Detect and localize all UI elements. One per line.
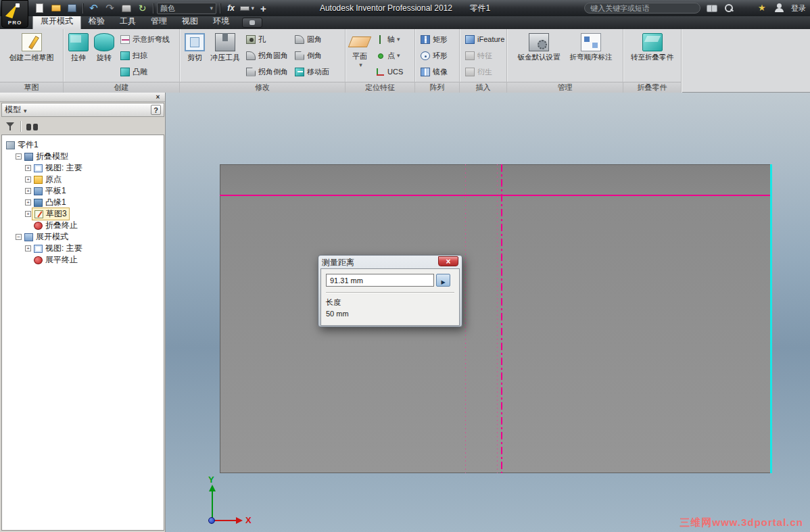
extrude-button[interactable]: 拉伸 xyxy=(66,31,91,64)
graphics-viewport[interactable]: Y X 三维网www.3dportal.cn xyxy=(166,93,810,532)
save-button[interactable] xyxy=(65,2,79,15)
circular-pattern-button[interactable]: 环形 xyxy=(418,47,450,64)
tab-inspect[interactable]: 检验 xyxy=(81,14,112,29)
go-to-folded-part-button[interactable]: 转至折叠零件 xyxy=(629,31,675,64)
panel-pattern: 矩形 环形 镜像 阵列 xyxy=(415,29,460,93)
sweep-button[interactable]: 扫掠 xyxy=(118,47,172,64)
flyout-arrow-button[interactable] xyxy=(436,274,450,287)
chamfer-button[interactable]: 倒角 xyxy=(292,47,332,64)
communication-center-icon[interactable] xyxy=(740,3,751,13)
dialog-titlebar[interactable]: 测量距离 xyxy=(320,257,460,268)
application-menu-button[interactable]: PRO xyxy=(1,0,28,28)
tree-item-part1[interactable]: 零件1 xyxy=(2,139,164,151)
tab-manage[interactable]: 管理 xyxy=(143,14,174,29)
corner-chamfer-button[interactable]: 拐角倒角 xyxy=(243,64,291,80)
panel-insert: iFeature 特征 衍生 插入 xyxy=(460,29,507,93)
browser-docking-strip[interactable] xyxy=(0,93,165,102)
cut-button[interactable]: 剪切 xyxy=(183,31,207,64)
sign-in-link[interactable]: 登录 xyxy=(791,3,806,14)
tree-item-origin[interactable]: 原点 xyxy=(2,174,164,185)
create-2d-sketch-button[interactable]: 创建二维草图 xyxy=(7,31,56,64)
mirror-button[interactable]: 镜像 xyxy=(418,64,450,80)
update-button[interactable] xyxy=(135,2,149,15)
expand-icon[interactable] xyxy=(25,199,31,205)
browser-header[interactable]: 模型 ? xyxy=(1,103,164,117)
toolbar-separator xyxy=(20,121,21,132)
expand-icon[interactable] xyxy=(25,211,31,217)
tree-item-view-main-2[interactable]: 视图: 主要 xyxy=(2,243,164,254)
expand-icon[interactable] xyxy=(25,188,31,194)
collapse-icon[interactable] xyxy=(16,153,22,160)
bend-order-icon xyxy=(581,33,601,51)
bend-line-button[interactable]: 示意折弯线 xyxy=(118,31,172,47)
favorites-icon[interactable] xyxy=(757,3,768,13)
filter-icon[interactable] xyxy=(5,122,15,131)
expand-icon[interactable] xyxy=(25,245,31,251)
measure-value-input[interactable] xyxy=(326,274,434,287)
rectangular-pattern-icon xyxy=(421,35,430,44)
search-icon[interactable] xyxy=(723,3,734,13)
mirror-icon xyxy=(421,68,430,76)
help-button[interactable]: ? xyxy=(151,105,161,115)
measure-distance-dialog[interactable]: 测量距离 长度 50 mm xyxy=(318,255,462,327)
tree-item-flange1[interactable]: 凸缘1 xyxy=(2,197,164,208)
open-button[interactable] xyxy=(49,2,63,15)
derive-button[interactable]: 衍生 xyxy=(462,64,507,80)
emboss-button[interactable]: 凸雕 xyxy=(118,64,172,80)
feature-button[interactable]: 特征 xyxy=(462,47,507,64)
point-button[interactable]: 点 xyxy=(373,47,406,64)
length-value: 50 mm xyxy=(326,310,454,318)
new-document-button[interactable] xyxy=(32,2,47,15)
tree-item-folded-model[interactable]: 折叠模型 xyxy=(2,151,164,162)
bend-order-button[interactable]: 折弯顺序标注 xyxy=(568,31,615,64)
plane-button[interactable]: 平面 xyxy=(348,31,371,70)
toolbar-separator xyxy=(153,3,153,14)
tab-environments[interactable]: 环境 xyxy=(206,14,237,29)
collapse-icon[interactable] xyxy=(16,234,22,240)
tab-view[interactable]: 视图 xyxy=(174,14,206,29)
sheet-metal-defaults-button[interactable]: 钣金默认设置 xyxy=(516,31,563,64)
corner-round-button[interactable]: 拐角圆角 xyxy=(243,47,291,64)
tab-tools[interactable]: 工具 xyxy=(112,14,143,29)
panel-manage: 钣金默认设置 折弯顺序标注 管理 xyxy=(507,29,623,93)
punch-tool-button[interactable]: 冲压工具 xyxy=(208,31,242,64)
help-search-input[interactable] xyxy=(584,3,700,14)
tree-item-end-of-folded[interactable]: 折叠终止 xyxy=(2,220,164,231)
fillet-button[interactable]: 圆角 xyxy=(292,31,332,47)
dialog-separator xyxy=(326,292,454,293)
revolve-button[interactable]: 旋转 xyxy=(92,31,116,64)
camera-icon-tab[interactable] xyxy=(242,18,262,28)
tree-item-sketch3[interactable]: 草图3 xyxy=(2,208,164,220)
axis-button[interactable]: 轴 xyxy=(373,31,406,47)
user-icon[interactable] xyxy=(774,3,785,13)
chevron-down-icon[interactable] xyxy=(21,105,27,115)
window-title: Autodesk Inventor Professional 2012 零件1 xyxy=(203,3,607,14)
folded-model-icon xyxy=(24,153,33,161)
tree-item-flat-pattern-mode[interactable]: 展开模式 xyxy=(2,231,164,243)
undo-button[interactable] xyxy=(87,2,101,15)
face-feature-icon xyxy=(34,187,43,195)
ifeature-button[interactable]: iFeature xyxy=(462,31,507,47)
selected-highlight: 草图3 xyxy=(32,208,70,220)
rectangular-pattern-button[interactable]: 矩形 xyxy=(418,31,450,47)
tree-item-end-of-flat[interactable]: 展平终止 xyxy=(2,254,164,266)
ucs-button[interactable]: UCS xyxy=(373,64,406,80)
panel-label-modify: 修改 xyxy=(180,82,345,93)
hole-button[interactable]: 孔 xyxy=(243,31,291,47)
find-icon[interactable] xyxy=(26,122,38,131)
close-icon[interactable] xyxy=(153,93,162,101)
binoculars-icon[interactable] xyxy=(707,3,717,13)
close-icon[interactable] xyxy=(438,256,458,266)
tree-item-flat1[interactable]: 平板1 xyxy=(2,185,164,197)
open-folder-icon xyxy=(51,5,61,11)
print-button[interactable] xyxy=(119,2,133,15)
redo-button[interactable] xyxy=(103,2,117,15)
expand-icon[interactable] xyxy=(25,165,31,171)
sketch-node-icon xyxy=(34,210,43,218)
tree-item-view-main-1[interactable]: 视图: 主要 xyxy=(2,162,164,174)
save-icon xyxy=(68,4,76,12)
sweep-icon xyxy=(120,51,130,60)
dialog-body: 长度 50 mm xyxy=(320,268,460,326)
expand-icon[interactable] xyxy=(25,176,31,183)
move-face-button[interactable]: 移动面 xyxy=(292,64,332,80)
